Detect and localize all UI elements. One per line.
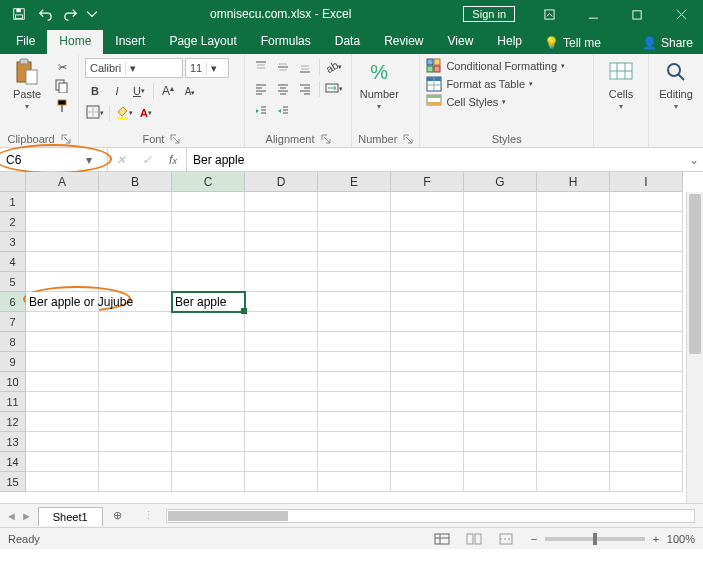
cell-G11[interactable] [464,392,537,412]
cell-I6[interactable] [610,292,683,312]
cell-I2[interactable] [610,212,683,232]
format-as-table-button[interactable]: Format as Table▾ [426,76,565,92]
cell-H7[interactable] [537,312,610,332]
new-sheet-button[interactable]: ⊕ [107,505,129,527]
cell-B8[interactable] [99,332,172,352]
cell-F1[interactable] [391,192,464,212]
cell-E1[interactable] [318,192,391,212]
cell-A15[interactable] [26,472,99,492]
cell-G5[interactable] [464,272,537,292]
cell-F12[interactable] [391,412,464,432]
cell-E3[interactable] [318,232,391,252]
cell-A4[interactable] [26,252,99,272]
qat-customize-icon[interactable] [86,3,98,25]
chevron-down-icon[interactable]: ▾ [206,62,220,75]
sheet-nav-prev[interactable]: ◄ [6,510,17,522]
cell-styles-button[interactable]: Cell Styles▾ [426,94,565,110]
tab-home[interactable]: Home [47,30,103,54]
paste-button[interactable]: Paste ▾ [6,58,48,111]
cell-A8[interactable] [26,332,99,352]
cell-E8[interactable] [318,332,391,352]
name-box[interactable]: ▾ [0,148,108,171]
cell-C8[interactable] [172,332,245,352]
cell-C9[interactable] [172,352,245,372]
cell-E10[interactable] [318,372,391,392]
cell-H6[interactable] [537,292,610,312]
cell-F8[interactable] [391,332,464,352]
tab-insert[interactable]: Insert [103,30,157,54]
cell-D12[interactable] [245,412,318,432]
row-header-12[interactable]: 12 [0,412,26,432]
cell-I9[interactable] [610,352,683,372]
name-box-input[interactable] [0,153,80,167]
cell-D9[interactable] [245,352,318,372]
borders-button[interactable]: ▾ [85,104,105,122]
cell-D14[interactable] [245,452,318,472]
cell-E12[interactable] [318,412,391,432]
row-header-9[interactable]: 9 [0,352,26,372]
orientation-button[interactable]: ab▾ [324,58,344,76]
bold-button[interactable]: B [85,82,105,100]
cell-G8[interactable] [464,332,537,352]
cell-H14[interactable] [537,452,610,472]
cell-A13[interactable] [26,432,99,452]
cell-I11[interactable] [610,392,683,412]
cell-B9[interactable] [99,352,172,372]
align-middle-button[interactable] [273,58,293,76]
view-page-break-button[interactable] [495,530,517,548]
font-dialog-launcher[interactable] [170,134,180,144]
cell-G9[interactable] [464,352,537,372]
tab-data[interactable]: Data [323,30,372,54]
decrease-indent-button[interactable] [251,102,271,120]
cell-C2[interactable] [172,212,245,232]
cell-C3[interactable] [172,232,245,252]
font-size-combo[interactable]: 11▾ [185,58,229,78]
cell-G13[interactable] [464,432,537,452]
cell-D1[interactable] [245,192,318,212]
close-icon[interactable] [659,0,703,28]
increase-font-button[interactable]: A▴ [158,82,178,100]
cell-G3[interactable] [464,232,537,252]
cell-B3[interactable] [99,232,172,252]
cancel-formula-button[interactable]: ✕ [108,153,134,167]
cell-H5[interactable] [537,272,610,292]
tab-split-handle[interactable]: ⋮ [139,509,158,522]
sheet-nav-next[interactable]: ► [21,510,32,522]
tab-file[interactable]: File [4,30,47,54]
cell-A5[interactable] [26,272,99,292]
cell-I1[interactable] [610,192,683,212]
cell-G2[interactable] [464,212,537,232]
cell-E7[interactable] [318,312,391,332]
insert-function-button[interactable]: fx [160,153,186,167]
row-header-7[interactable]: 7 [0,312,26,332]
cell-F13[interactable] [391,432,464,452]
cell-D10[interactable] [245,372,318,392]
cell-F11[interactable] [391,392,464,412]
cell-H15[interactable] [537,472,610,492]
cell-C1[interactable] [172,192,245,212]
cell-A10[interactable] [26,372,99,392]
conditional-formatting-button[interactable]: Conditional Formatting▾ [426,58,565,74]
cell-D11[interactable] [245,392,318,412]
cells-button[interactable]: Cells ▾ [600,58,642,111]
align-top-button[interactable] [251,58,271,76]
cell-I14[interactable] [610,452,683,472]
row-header-11[interactable]: 11 [0,392,26,412]
cell-I4[interactable] [610,252,683,272]
cell-F14[interactable] [391,452,464,472]
chevron-down-icon[interactable]: ▾ [125,62,139,75]
cell-B12[interactable] [99,412,172,432]
cell-I15[interactable] [610,472,683,492]
wrap-merge-button[interactable]: ▾ [324,80,344,98]
cell-H4[interactable] [537,252,610,272]
tab-page-layout[interactable]: Page Layout [157,30,248,54]
cell-H12[interactable] [537,412,610,432]
cell-D15[interactable] [245,472,318,492]
cell-A12[interactable] [26,412,99,432]
cell-E13[interactable] [318,432,391,452]
cell-F3[interactable] [391,232,464,252]
cell-G1[interactable] [464,192,537,212]
expand-formula-bar-button[interactable]: ⌄ [685,148,703,171]
tab-view[interactable]: View [436,30,486,54]
cell-A11[interactable] [26,392,99,412]
